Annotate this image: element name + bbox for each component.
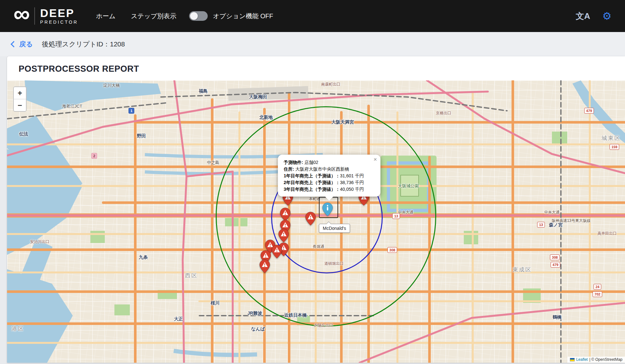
report-title: POSTPROCESSOR REPORT <box>7 56 625 80</box>
warning-marker[interactable] <box>271 245 282 259</box>
map-tooltip: McDonald's <box>319 224 350 233</box>
brand-subtitle: PREDICTOR <box>40 20 78 25</box>
popup-close-button[interactable]: × <box>373 157 377 162</box>
back-label: 戻る <box>19 40 33 49</box>
leaflet-link[interactable]: Leaflet <box>576 357 588 362</box>
brand-logo: ∞ DEEP PREDICTOR <box>13 7 78 25</box>
nav-item-0[interactable]: ホーム <box>96 12 116 20</box>
translate-icon[interactable]: 文A <box>576 11 590 22</box>
warning-marker[interactable] <box>259 259 270 273</box>
warning-marker[interactable] <box>305 212 316 226</box>
chevron-left-icon <box>11 41 17 47</box>
warning-marker[interactable] <box>278 229 289 243</box>
popup-row: 住所: 大阪府大阪市中央区西新橋 <box>284 166 375 173</box>
option-toggle-group: オプション機能 OFF <box>189 11 273 21</box>
header-actions: 文A ⚙ <box>576 10 612 22</box>
attribution-text: | © OpenStreetMap <box>589 357 622 362</box>
settings-gear-icon[interactable]: ⚙ <box>602 10 612 22</box>
popup-row: 3年目年商売上（予測値）：40,050 千円 <box>284 186 375 193</box>
popup-row: 2年目年商売上（予測値）：38,736 千円 <box>284 179 375 186</box>
popup-row: 1年目年商売上（予測値）：31,601 千円 <box>284 173 375 179</box>
app-header: ∞ DEEP PREDICTOR ホームステップ別表示 オプション機能 OFF … <box>0 0 625 32</box>
nav-item-1[interactable]: ステップ別表示 <box>131 12 176 20</box>
brand-title: DEEP <box>40 7 78 19</box>
popup-rows: 予測物件: 店舗02住所: 大阪府大阪市中央区西新橋1年目年商売上（予測値）：3… <box>284 159 375 193</box>
main-nav: ホームステップ別表示 <box>96 12 177 20</box>
map-popup: 予測物件: 店舗02住所: 大阪府大阪市中央区西新橋1年目年商売上（予測値）：3… <box>278 155 380 197</box>
zoom-in-button[interactable]: + <box>14 87 26 99</box>
breadcrumb-bar: 戻る 後処理スクリプトID：1208 <box>0 32 625 56</box>
tooltip-text: McDonald's <box>323 226 346 231</box>
option-toggle[interactable] <box>189 11 208 21</box>
logo-divider <box>34 7 35 25</box>
option-toggle-label: オプション機能 OFF <box>213 12 273 20</box>
map-container[interactable]: 淀川大橋海老江JCT福島大阪梅田北新地南森町出口大阪天満宮京橋出口城東区中之島野… <box>7 80 625 363</box>
report-card: POSTPROCESSOR REPORT <box>7 56 625 363</box>
map-tiles <box>7 80 625 363</box>
back-button[interactable]: 戻る <box>12 40 33 49</box>
page-title: 後処理スクリプトID：1208 <box>42 40 125 49</box>
popup-row: 予測物件: 店舗02 <box>284 159 375 166</box>
infinity-logo-icon: ∞ <box>13 5 30 23</box>
zoom-out-button[interactable]: − <box>14 99 26 111</box>
ukraine-flag-icon <box>570 358 575 361</box>
map-attribution: Leaflet | © OpenStreetMap <box>568 357 625 363</box>
toggle-knob-icon <box>190 12 198 20</box>
zoom-control: + − <box>13 86 27 112</box>
